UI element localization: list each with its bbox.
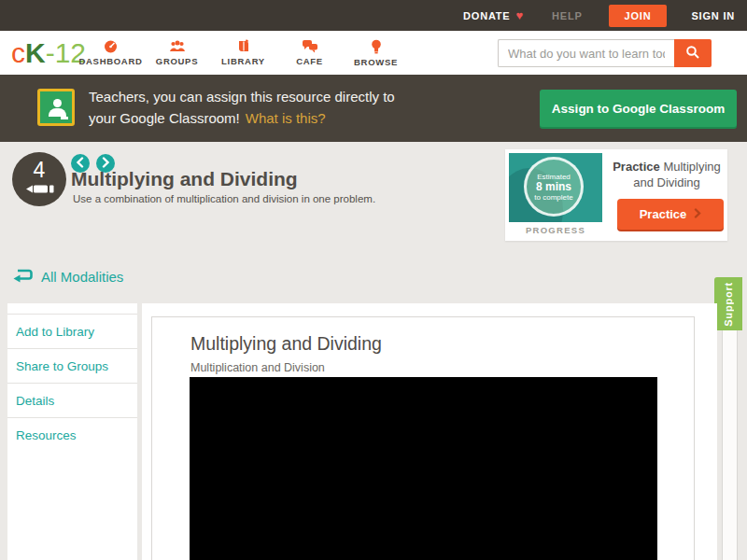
nav-label: DASHBOARD [78,56,142,66]
estimated-time-circle: Estimated 8 mins to complete [524,157,584,217]
practice-cta-text: Practice Multiplying and Dividing [608,159,726,190]
sidebar-item-details[interactable]: Details [7,383,137,417]
modality-frame: Multiplying and Dividing Multiplication … [151,316,695,560]
practice-button[interactable]: Practice [617,199,724,230]
donate-label: DONATE [463,10,510,21]
library-book-icon [235,39,252,53]
sidebar-item-share-to-groups[interactable]: Share to Groups [7,348,137,383]
assign-to-google-classroom-button[interactable]: Assign to Google Classroom [540,90,737,127]
nav-label: BROWSE [354,57,398,67]
google-classroom-banner: Teachers, you can assign this resource d… [0,75,747,142]
support-tab-label: Support [723,282,734,327]
nav-item-cafe[interactable]: CAFE [276,31,343,75]
nav-label: CAFE [296,56,323,66]
nav-items: DASHBOARD GROUPS LIBRARY CAFE BROWSE [78,31,409,75]
nav-label: GROUPS [156,56,198,66]
concept-level-badge: 4 [12,152,66,206]
page-title: Multiplying and Dividing [71,168,298,190]
banner-text: Teachers, you can assign this resource d… [89,86,395,129]
content-heading: Multiplying and Dividing [190,333,382,355]
concept-sidebar: Add to Library Share to Groups Details R… [7,303,137,560]
nav-item-library[interactable]: LIBRARY [210,31,276,75]
donate-link[interactable]: DONATE ♥ [463,8,524,22]
all-modalities-link[interactable]: All Modalities [11,267,123,287]
cafe-chat-icon [301,39,319,53]
video-player[interactable] [190,377,657,560]
magnifier-icon [685,45,700,63]
content-subheading: Multiplication and Division [190,361,325,374]
nav-item-groups[interactable]: GROUPS [144,31,210,75]
help-link[interactable]: HELP [552,10,583,21]
practice-card: Estimated 8 mins to complete PROGRESS Pr… [505,149,727,241]
nav-label: LIBRARY [221,56,265,66]
join-button[interactable]: JOIN [609,5,668,27]
ck12-logo[interactable]: cK-12 [11,31,86,75]
nav-item-browse[interactable]: BROWSE [343,31,409,75]
nav-item-dashboard[interactable]: DASHBOARD [78,31,144,75]
top-bar: DONATE ♥ HELP JOIN SIGN IN [0,0,747,31]
browse-lightbulb-icon [370,39,383,54]
content-panel: Multiplying and Dividing Multiplication … [142,303,717,560]
sidebar-item-add-to-library[interactable]: Add to Library [7,314,137,348]
logo-letter-c: c [11,37,25,69]
support-tab[interactable]: Support [714,277,742,330]
scrollbar-track[interactable] [722,330,738,560]
page-subtitle: Use a combination of multiplication and … [73,193,375,204]
sign-in-link[interactable]: SIGN IN [691,10,735,21]
search-button[interactable] [674,39,712,67]
badge-number: 4 [34,158,46,182]
search-input[interactable] [498,39,674,67]
heart-icon: ♥ [515,8,524,22]
sidebar-item-resources[interactable]: Resources [7,417,137,452]
all-modalities-label: All Modalities [41,269,123,285]
main-nav: cK-12 DASHBOARD GROUPS LIBRARY CAFE [0,31,747,75]
pencil-icon [22,182,56,199]
logo-letter-k: K [25,37,46,69]
google-classroom-icon [37,89,75,126]
progress-label: PROGRESS [505,225,606,235]
return-arrow-icon [11,267,34,287]
dashboard-gauge-icon [102,39,120,53]
practice-thumbnail[interactable]: Estimated 8 mins to complete [509,153,602,222]
groups-people-icon [168,39,187,53]
chevron-right-icon [694,207,701,221]
what-is-this-link[interactable]: What is this? [246,110,326,126]
